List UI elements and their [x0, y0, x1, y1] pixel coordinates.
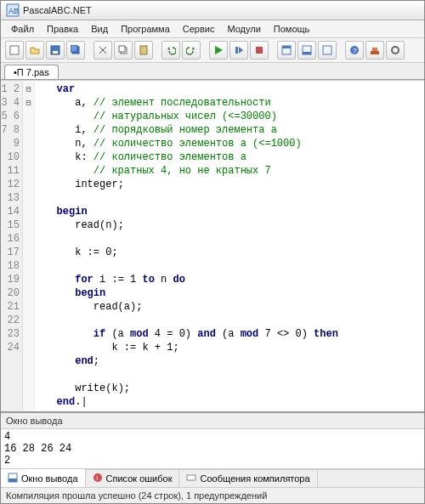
svg-rect-16	[323, 46, 332, 54]
menu-service[interactable]: Сервис	[178, 22, 220, 36]
output-panel: Окно вывода 4 16 28 26 24 2 Окно вывода …	[1, 411, 424, 503]
output-tab-icon	[8, 473, 18, 484]
compiler-tab-icon	[186, 473, 196, 484]
bottom-tab-output-label: Окно вывода	[21, 473, 78, 484]
copy-icon[interactable]	[114, 41, 133, 59]
status-bar: Компиляция прошла успешно (24 строк), 1 …	[1, 487, 424, 503]
build-icon[interactable]	[366, 41, 384, 59]
svg-rect-20	[372, 48, 377, 51]
tab-strip: •П 7.pas	[1, 63, 424, 80]
svg-rect-4	[53, 51, 58, 54]
file-tab[interactable]: •П 7.pas	[4, 65, 59, 79]
title-bar: AB PascalABC.NET	[1, 1, 424, 20]
svg-rect-2	[10, 46, 19, 54]
svg-rect-8	[119, 46, 125, 52]
svg-text:?: ?	[353, 47, 357, 54]
svg-rect-11	[256, 47, 263, 54]
toolbar: ?	[1, 38, 424, 63]
help-icon[interactable]: ?	[345, 41, 364, 59]
svg-text:AB: AB	[8, 7, 19, 15]
svg-text:!: !	[96, 474, 98, 482]
options-icon[interactable]	[386, 41, 405, 59]
errors-tab-icon: !	[93, 473, 103, 484]
save-all-icon[interactable]	[66, 41, 85, 59]
panel1-icon[interactable]	[277, 41, 296, 59]
svg-rect-19	[371, 51, 379, 54]
menu-modules[interactable]: Модули	[222, 22, 265, 36]
svg-rect-15	[303, 52, 311, 54]
menu-edit[interactable]: Правка	[42, 22, 83, 36]
menu-file[interactable]: Файл	[6, 22, 39, 36]
panel2-icon[interactable]	[298, 41, 316, 59]
bottom-tab-output[interactable]: Окно вывода	[1, 469, 86, 487]
step-icon[interactable]	[230, 41, 248, 59]
svg-rect-9	[140, 46, 147, 54]
menu-program[interactable]: Программа	[116, 22, 175, 36]
output-panel-body[interactable]: 4 16 28 26 24 2	[1, 429, 424, 469]
bottom-tabs: Окно вывода ! Список ошибок Сообщения ко…	[1, 469, 424, 487]
app-icon: AB	[6, 3, 20, 17]
svg-point-21	[392, 47, 399, 54]
stop-icon[interactable]	[250, 41, 269, 59]
save-icon[interactable]	[46, 41, 65, 59]
new-file-icon[interactable]	[5, 41, 24, 59]
undo-icon[interactable]	[162, 41, 180, 59]
file-tab-label: •П 7.pas	[14, 67, 49, 77]
svg-rect-13	[282, 46, 291, 48]
svg-rect-23	[8, 479, 17, 482]
run-icon[interactable]	[209, 41, 228, 59]
bottom-tab-errors[interactable]: ! Список ошибок	[86, 470, 180, 487]
open-file-icon[interactable]	[26, 41, 44, 59]
code-area[interactable]: var a, // элемент последовательности // …	[35, 81, 424, 411]
svg-rect-10	[235, 47, 238, 54]
bottom-tab-compiler-label: Сообщения компилятора	[200, 473, 309, 484]
panel3-icon[interactable]	[318, 41, 337, 59]
bottom-tab-errors-label: Список ошибок	[106, 473, 173, 484]
fold-column[interactable]: ⊟ ⊟	[23, 81, 35, 411]
app-title: PascalABC.NET	[23, 5, 92, 15]
code-editor[interactable]: 1 2 3 4 5 6 7 8 9 10 11 12 13 14 15 16 1…	[1, 80, 424, 411]
menu-help[interactable]: Помощь	[269, 22, 315, 36]
menu-view[interactable]: Вид	[86, 22, 113, 36]
cut-icon[interactable]	[94, 41, 112, 59]
menu-bar: Файл Правка Вид Программа Сервис Модули …	[1, 20, 424, 38]
output-panel-title: Окно вывода	[1, 413, 424, 429]
line-number-gutter: 1 2 3 4 5 6 7 8 9 10 11 12 13 14 15 16 1…	[1, 81, 23, 411]
paste-icon[interactable]	[134, 41, 153, 59]
status-text: Компиляция прошла успешно (24 строк), 1 …	[6, 490, 267, 501]
svg-rect-6	[71, 45, 77, 52]
svg-rect-26	[187, 475, 196, 480]
bottom-tab-compiler[interactable]: Сообщения компилятора	[179, 470, 317, 487]
redo-icon[interactable]	[182, 41, 201, 59]
